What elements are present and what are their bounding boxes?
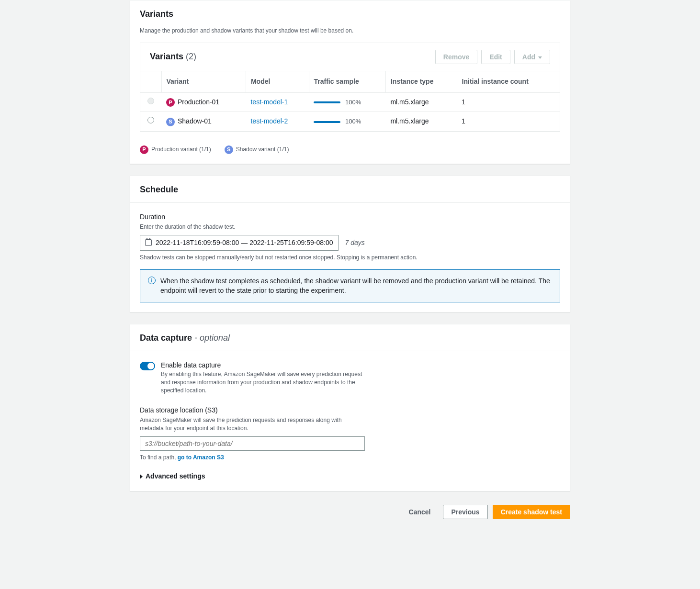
cancel-button[interactable]: Cancel bbox=[401, 505, 439, 519]
variant-badge-icon: P bbox=[166, 98, 175, 107]
variant-badge-icon: S bbox=[166, 118, 175, 126]
data-capture-panel: Data capture - optional Enable data capt… bbox=[130, 324, 570, 491]
instance-count: 1 bbox=[457, 112, 560, 132]
toggle-help: By enabling this feature, Amazon SageMak… bbox=[161, 370, 367, 394]
instance-type: ml.m5.xlarge bbox=[385, 92, 457, 112]
production-badge-icon: P bbox=[140, 145, 148, 154]
duration-input[interactable]: 2022-11-18T16:09:59-08:00 — 2022-11-25T1… bbox=[140, 235, 339, 251]
variant-name: Production-01 bbox=[178, 98, 219, 106]
toggle-label: Enable data capture bbox=[161, 361, 367, 370]
schedule-info-alert: i When the shadow test completes as sche… bbox=[140, 269, 560, 302]
advanced-settings-expander[interactable]: Advanced settings bbox=[140, 472, 560, 481]
remove-button[interactable]: Remove bbox=[435, 50, 477, 64]
col-traffic: Traffic sample bbox=[309, 71, 385, 92]
variant-name: Shadow-01 bbox=[178, 117, 212, 125]
variants-table: Variant Model Traffic sample Instance ty… bbox=[140, 71, 560, 132]
data-capture-heading: Data capture bbox=[140, 333, 192, 343]
variants-panel: Variants Manage the production and shado… bbox=[130, 0, 570, 164]
col-initial-count: Initial instance count bbox=[457, 71, 560, 92]
caret-right-icon bbox=[140, 474, 143, 479]
go-to-s3-link[interactable]: go to Amazon S3 bbox=[178, 454, 224, 461]
traffic-bar bbox=[314, 121, 340, 123]
schedule-heading: Schedule bbox=[140, 184, 560, 196]
duration-value: 2022-11-18T16:09:59-08:00 — 2022-11-25T1… bbox=[156, 238, 333, 248]
table-row: SShadow-01test-model-2100%ml.m5.xlarge1 bbox=[140, 112, 560, 132]
stop-hint: Shadow tests can be stopped manually/ear… bbox=[140, 254, 560, 262]
location-label: Data storage location (S3) bbox=[140, 406, 560, 415]
traffic-bar bbox=[314, 101, 340, 103]
traffic-value: 100% bbox=[345, 118, 361, 125]
shadow-badge-icon: S bbox=[225, 145, 233, 154]
calendar-icon bbox=[145, 239, 152, 246]
model-link[interactable]: test-model-1 bbox=[250, 98, 288, 106]
create-shadow-test-button[interactable]: Create shadow test bbox=[493, 505, 570, 519]
location-help: Amazon SageMaker will save the predictio… bbox=[140, 416, 350, 433]
enable-data-capture-toggle[interactable] bbox=[140, 362, 155, 370]
find-path-prefix: To find a path, bbox=[140, 454, 176, 461]
duration-help: Enter the duration of the shadow test. bbox=[140, 223, 560, 231]
add-button[interactable]: Add bbox=[514, 50, 550, 64]
variants-card: Variants (2) Remove Edit Add Variant bbox=[140, 43, 560, 132]
schedule-panel: Schedule Duration Enter the duration of … bbox=[130, 176, 570, 312]
col-variant: Variant bbox=[161, 71, 246, 92]
row-radio-disabled bbox=[147, 98, 154, 104]
traffic-value: 100% bbox=[345, 99, 361, 106]
variants-count: (2) bbox=[186, 52, 196, 61]
duration-days: 7 days bbox=[345, 238, 365, 248]
variants-card-title: Variants bbox=[150, 52, 183, 61]
legend-production: Production variant (1/1) bbox=[151, 146, 211, 153]
edit-button[interactable]: Edit bbox=[481, 50, 510, 64]
col-model: Model bbox=[246, 71, 309, 92]
instance-type: ml.m5.xlarge bbox=[385, 112, 457, 132]
duration-label: Duration bbox=[140, 212, 560, 222]
variants-heading: Variants bbox=[140, 8, 560, 20]
model-link[interactable]: test-model-2 bbox=[250, 117, 288, 125]
advanced-settings-label: Advanced settings bbox=[146, 472, 205, 481]
instance-count: 1 bbox=[457, 92, 560, 112]
chevron-down-icon bbox=[538, 56, 542, 59]
row-radio[interactable] bbox=[147, 117, 154, 123]
info-icon: i bbox=[148, 277, 156, 284]
optional-label: - optional bbox=[194, 333, 230, 343]
s3-location-input[interactable] bbox=[140, 436, 365, 451]
table-row: PProduction-01test-model-1100%ml.m5.xlar… bbox=[140, 92, 560, 112]
footer-actions: Cancel Previous Create shadow test bbox=[130, 503, 570, 529]
variants-legend: PProduction variant (1/1) SShadow varian… bbox=[130, 140, 570, 164]
variants-description: Manage the production and shadow variant… bbox=[130, 27, 570, 43]
previous-button[interactable]: Previous bbox=[443, 505, 487, 519]
schedule-info-text: When the shadow test completes as schedu… bbox=[160, 277, 552, 295]
legend-shadow: Shadow variant (1/1) bbox=[236, 146, 289, 153]
col-instance-type: Instance type bbox=[385, 71, 457, 92]
